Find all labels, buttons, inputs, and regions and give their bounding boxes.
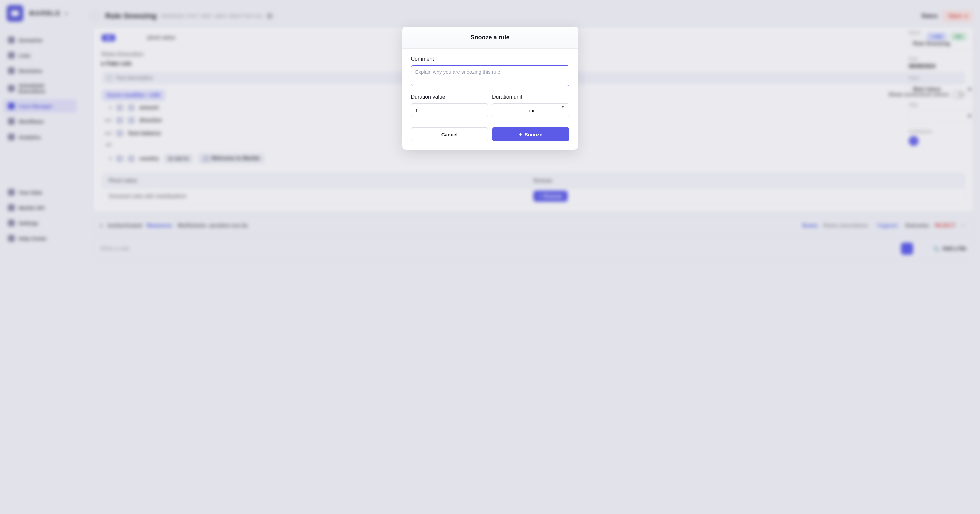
snooze-submit-button[interactable]: + Snooze: [492, 127, 570, 141]
snooze-button-label: Snooze: [525, 132, 542, 137]
duration-value-label: Duration value: [411, 94, 488, 100]
comment-label: Comment: [411, 56, 570, 62]
plus-icon: +: [519, 132, 522, 137]
chevron-down-icon: [561, 108, 565, 113]
modal-header: Snooze a rule: [402, 27, 578, 49]
duration-unit-label: Duration unit: [492, 94, 570, 100]
cancel-button-label: Cancel: [441, 132, 458, 137]
duration-unit-select[interactable]: jour: [492, 103, 570, 118]
cancel-button[interactable]: Cancel: [411, 127, 488, 141]
snooze-rule-modal: Snooze a rule Comment Duration value Dur…: [402, 27, 578, 150]
modal-body: Comment Duration value Duration unit jou…: [402, 49, 578, 150]
modal-title: Snooze a rule: [411, 34, 570, 41]
modal-backdrop[interactable]: Snooze a rule Comment Duration value Dur…: [0, 0, 980, 514]
duration-unit-value: jour: [527, 108, 535, 113]
duration-value-input[interactable]: [411, 103, 488, 118]
comment-input[interactable]: [411, 65, 570, 86]
